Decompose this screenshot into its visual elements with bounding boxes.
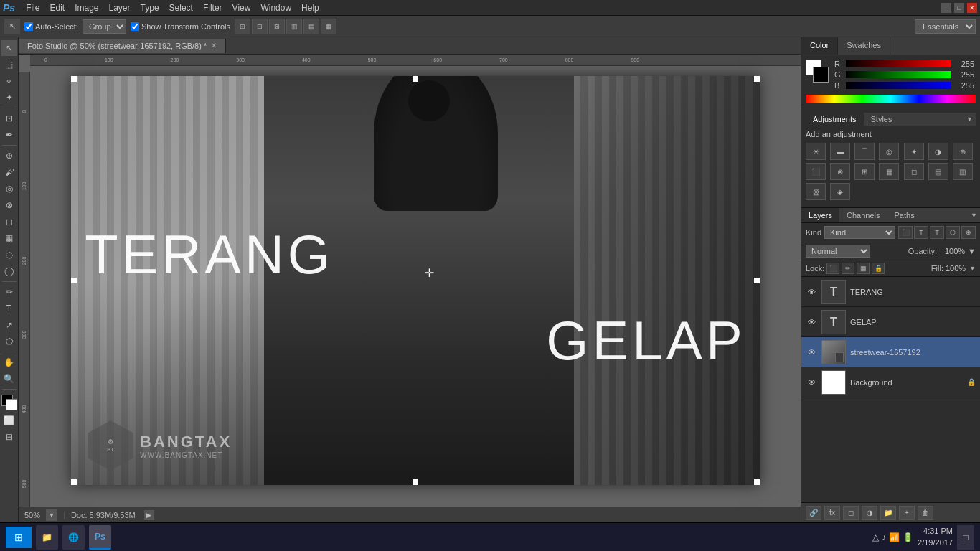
status-arrow-button[interactable]: ▶	[144, 510, 154, 520]
layer-item-gelap[interactable]: 👁 T GELAP	[801, 307, 980, 337]
filter-pixel-icon[interactable]: ⬛	[898, 226, 913, 239]
align-left-icon[interactable]: ⊞	[235, 19, 250, 34]
background-swatch[interactable]	[813, 67, 829, 83]
layer-new-btn[interactable]: +	[899, 506, 915, 520]
canvas-scroll-area[interactable]: 0100200300400500600700800900	[30, 55, 801, 507]
fg-bg-colors[interactable]	[806, 60, 829, 83]
opacity-dropdown-arrow[interactable]: ▼	[968, 247, 976, 255]
layer-mask-btn[interactable]: ◻	[843, 506, 859, 520]
align-center-icon[interactable]: ⊟	[252, 19, 268, 34]
adj-photo-filter[interactable]: ⊗	[830, 163, 850, 180]
tool-dodge[interactable]: ◯	[1, 263, 17, 279]
tray-volume-icon[interactable]: ♪	[882, 532, 886, 542]
tab-color[interactable]: Color	[801, 37, 838, 55]
adj-color-lookup[interactable]: ▦	[879, 163, 899, 180]
menu-select[interactable]: Select	[164, 1, 198, 14]
adj-selective-color[interactable]: ◈	[830, 183, 850, 200]
align-bottom-icon[interactable]: ▦	[321, 19, 336, 34]
layer-delete-btn[interactable]: 🗑	[918, 506, 933, 520]
tool-screen-mode[interactable]: ⊟	[1, 429, 17, 445]
tab-paths[interactable]: Paths	[887, 208, 922, 222]
adj-panel-menu[interactable]: ▼	[963, 113, 976, 126]
tool-spot-heal[interactable]: ⊕	[1, 148, 17, 164]
tray-battery-icon[interactable]: 🔋	[903, 532, 913, 542]
layers-panel-menu[interactable]: ▼	[968, 208, 980, 222]
layer-group-btn[interactable]: 📁	[880, 506, 896, 520]
document-tab[interactable]: Foto Studio @ 50% (streetwear-1657192, R…	[19, 39, 226, 53]
fg-bg-color-swatch[interactable]	[1, 395, 17, 410]
lock-position-btn[interactable]: ✏	[842, 263, 854, 274]
adj-exposure[interactable]: ◎	[879, 143, 899, 160]
layer-gelap-visibility[interactable]: 👁	[806, 316, 817, 328]
adj-hue-sat[interactable]: ◑	[928, 143, 948, 160]
align-middle-icon[interactable]: ▤	[303, 19, 319, 34]
filter-type-icon[interactable]: T	[914, 226, 928, 239]
color-spectrum-bar[interactable]	[806, 95, 976, 103]
tool-history[interactable]: ⊗	[1, 197, 17, 213]
tool-pen[interactable]: ✏	[1, 284, 17, 300]
layer-streetwear-visibility[interactable]: 👁	[806, 347, 817, 358]
adj-color-balance[interactable]: ⊕	[953, 143, 973, 160]
tool-move[interactable]: ↖	[1, 40, 17, 56]
adj-vibrance[interactable]: ✦	[904, 143, 924, 160]
layer-fx-btn[interactable]: fx	[824, 506, 840, 520]
filter-shape-icon[interactable]: T	[930, 226, 944, 239]
taskbar-photoshop[interactable]: Ps	[89, 525, 111, 550]
b-slider-track[interactable]	[846, 82, 951, 89]
zoom-menu-button[interactable]: ▼	[46, 509, 57, 521]
show-desktop-button[interactable]: □	[957, 525, 974, 550]
fill-dropdown-arrow[interactable]: ▼	[969, 265, 976, 272]
maximize-button[interactable]: □	[954, 3, 964, 13]
document-tab-close[interactable]: ✕	[211, 42, 217, 50]
tab-swatches[interactable]: Swatches	[838, 37, 890, 55]
menu-file[interactable]: File	[21, 1, 44, 14]
background-color[interactable]	[6, 399, 17, 410]
zoom-level[interactable]: 50%	[24, 511, 40, 519]
filter-smart-icon[interactable]: ⬡	[946, 226, 960, 239]
tool-marquee[interactable]: ⬚	[1, 57, 17, 72]
tool-hand[interactable]: ✋	[1, 354, 17, 370]
g-slider-track[interactable]	[846, 71, 951, 78]
adj-gradient-map[interactable]: ▨	[806, 183, 826, 200]
tab-styles[interactable]: Styles	[864, 113, 900, 126]
auto-select-dropdown[interactable]: Group	[83, 19, 126, 34]
layer-item-streetwear[interactable]: 👁 streetwear-1657192	[801, 337, 980, 367]
lock-all-btn[interactable]: 🔒	[872, 263, 885, 274]
kind-dropdown[interactable]: Kind	[824, 226, 895, 239]
r-slider-track[interactable]	[846, 60, 951, 67]
document-canvas[interactable]: TERANG GELAP ⚙BT	[71, 76, 760, 485]
layer-background-visibility[interactable]: 👁	[806, 377, 817, 388]
tool-blur[interactable]: ◌	[1, 247, 17, 263]
close-button[interactable]: ✕	[967, 3, 977, 13]
tool-shape[interactable]: ⬠	[1, 334, 17, 349]
tab-adjustments[interactable]: Adjustments	[806, 113, 864, 126]
layer-link-btn[interactable]: 🔗	[806, 506, 821, 520]
align-right-icon[interactable]: ⊠	[269, 19, 285, 34]
tool-eraser[interactable]: ◻	[1, 214, 17, 230]
tab-layers[interactable]: Layers	[801, 208, 839, 222]
adj-levels[interactable]: ▬	[830, 143, 850, 160]
align-top-icon[interactable]: ▥	[286, 19, 302, 34]
transform-check[interactable]: Show Transform Controls	[131, 22, 230, 31]
tool-quick-select[interactable]: ✦	[1, 90, 17, 105]
auto-select-checkbox[interactable]	[24, 22, 33, 31]
taskbar-file-explorer[interactable]: 📁	[36, 525, 58, 550]
lock-pixels-btn[interactable]: ⬛	[826, 263, 839, 274]
adj-brightness-contrast[interactable]: ☀	[806, 143, 826, 160]
tool-text[interactable]: T	[1, 301, 17, 316]
taskbar-chrome[interactable]: 🌐	[62, 525, 85, 550]
menu-view[interactable]: View	[227, 1, 256, 14]
layer-item-background[interactable]: 👁 Background 🔒	[801, 367, 980, 397]
workspace-dropdown[interactable]: Essentials	[915, 19, 976, 34]
adj-curves[interactable]: ⌒	[854, 143, 875, 160]
menu-layer[interactable]: Layer	[104, 1, 136, 14]
adj-bw[interactable]: ⬛	[806, 163, 826, 180]
adj-channel-mixer[interactable]: ⊞	[854, 163, 875, 180]
tool-eyedropper[interactable]: ✒	[1, 127, 17, 143]
filter-active-icon[interactable]: ⊕	[961, 226, 976, 239]
minimize-button[interactable]: _	[941, 3, 951, 13]
layer-adj-btn[interactable]: ◑	[862, 506, 877, 520]
tool-lasso[interactable]: ⌖	[1, 73, 17, 89]
tool-brush[interactable]: 🖌	[1, 164, 17, 180]
menu-window[interactable]: Window	[255, 1, 296, 14]
